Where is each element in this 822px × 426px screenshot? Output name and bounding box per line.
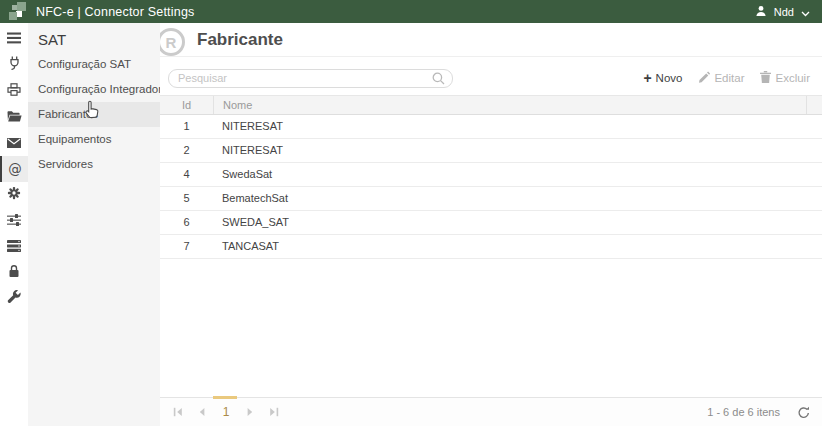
cell-nome: SwedaSat (213, 168, 822, 180)
trash-icon (760, 71, 771, 85)
edit-button[interactable]: Editar (698, 71, 744, 85)
gear-icon (7, 186, 21, 204)
page-title: Fabricante (197, 30, 283, 50)
sidebar-item-fabricantes[interactable]: Fabricantes (28, 102, 160, 127)
cell-nome: NITERESAT (213, 120, 822, 132)
rail-item-mail[interactable] (0, 130, 28, 156)
rail-item-settings[interactable] (0, 182, 28, 208)
sidebar: SAT Configuração SAT Configuração Integr… (28, 23, 160, 426)
sidebar-item-configuracao-integrador[interactable]: Configuração Integrador (28, 77, 160, 102)
table-row[interactable]: 6 SWEDA_SAT (160, 211, 822, 235)
delete-button-label: Excluir (775, 72, 810, 84)
new-button-label: Novo (656, 72, 683, 84)
lock-icon (8, 264, 20, 282)
sidebar-title: SAT (28, 23, 160, 49)
icon-rail: @ (0, 23, 28, 426)
page-header: R Fabricante (160, 23, 822, 57)
rail-item-at[interactable]: @ (0, 156, 28, 182)
sidebar-item-equipamentos[interactable]: Equipamentos (28, 127, 160, 152)
rail-item-connection[interactable] (0, 52, 28, 78)
menu-icon (7, 30, 21, 48)
search-input[interactable] (168, 69, 453, 88)
sliders-icon (7, 212, 21, 230)
table-row[interactable]: 2 NITERESAT (160, 139, 822, 163)
server-icon (7, 238, 21, 256)
cell-id: 1 (160, 120, 213, 132)
new-button[interactable]: + Novo (643, 71, 682, 85)
table-row[interactable]: 7 TANCASAT (160, 235, 822, 259)
page-number[interactable]: 1 (214, 405, 238, 419)
at-icon: @ (8, 161, 22, 177)
rail-item-tools[interactable] (0, 286, 28, 312)
table-header: Id Nome (160, 95, 822, 115)
app-title: NFC-e | Connector Settings (36, 5, 195, 19)
cell-nome: NITERESAT (213, 144, 822, 156)
brand-logo-icon: R (160, 28, 185, 56)
search-wrap (168, 68, 453, 88)
first-page-button[interactable] (166, 398, 190, 426)
cell-nome: BematechSat (213, 192, 822, 204)
main-content: R Fabricante + Novo Editar (160, 23, 822, 426)
pager: 1 1 - 6 de 6 itens (160, 397, 822, 426)
cell-id: 5 (160, 192, 213, 204)
sidebar-item-servidores[interactable]: Servidores (28, 152, 160, 177)
app-shell: @ SAT Config (0, 23, 822, 426)
next-page-button[interactable] (238, 398, 262, 426)
topbar: NFC-e | Connector Settings Ndd (0, 0, 822, 23)
cell-nome: TANCASAT (213, 240, 822, 252)
cell-id: 6 (160, 216, 213, 228)
prev-page-button[interactable] (190, 398, 214, 426)
search-icon (432, 71, 445, 89)
cell-nome: SWEDA_SAT (213, 216, 822, 228)
user-name: Ndd (774, 6, 794, 18)
cell-id: 7 (160, 240, 213, 252)
folder-icon (7, 108, 22, 126)
rail-item-servers[interactable] (0, 234, 28, 260)
user-menu[interactable]: Ndd (755, 3, 810, 21)
rail-item-files[interactable] (0, 104, 28, 130)
refresh-button[interactable] (797, 406, 810, 419)
table-row[interactable]: 5 BematechSat (160, 187, 822, 211)
rail-item-preferences[interactable] (0, 208, 28, 234)
table-row[interactable]: 4 SwedaSat (160, 163, 822, 187)
pencil-icon (698, 71, 710, 85)
printer-icon (7, 82, 21, 100)
mail-icon (7, 134, 21, 152)
delete-button[interactable]: Excluir (760, 71, 810, 85)
rail-item-menu[interactable] (0, 26, 28, 52)
rail-item-security[interactable] (0, 260, 28, 286)
controls-row: + Novo Editar Excluir (160, 57, 822, 95)
header-scrollbar-spacer (806, 96, 822, 114)
table-row[interactable]: 1 NITERESAT (160, 115, 822, 139)
rail-item-printer[interactable] (0, 78, 28, 104)
cell-id: 4 (160, 168, 213, 180)
sidebar-item-configuracao-sat[interactable]: Configuração SAT (28, 52, 160, 77)
plug-icon (8, 56, 21, 74)
app-logo-icon (6, 2, 27, 23)
current-page-indicator (213, 396, 237, 399)
last-page-button[interactable] (262, 398, 286, 426)
user-icon (755, 3, 767, 21)
cell-id: 2 (160, 144, 213, 156)
chevron-down-icon (801, 3, 810, 21)
wrench-icon (7, 290, 21, 308)
pager-info: 1 - 6 de 6 itens (707, 406, 780, 418)
edit-button-label: Editar (714, 72, 744, 84)
plus-icon: + (643, 71, 651, 85)
fabricantes-table: Id Nome 1 NITERESAT 2 NITERESAT 4 SwedaS… (160, 95, 822, 259)
column-header-id[interactable]: Id (160, 96, 213, 114)
column-header-nome[interactable]: Nome (213, 96, 806, 114)
toolbar: + Novo Editar Excluir (643, 71, 814, 85)
